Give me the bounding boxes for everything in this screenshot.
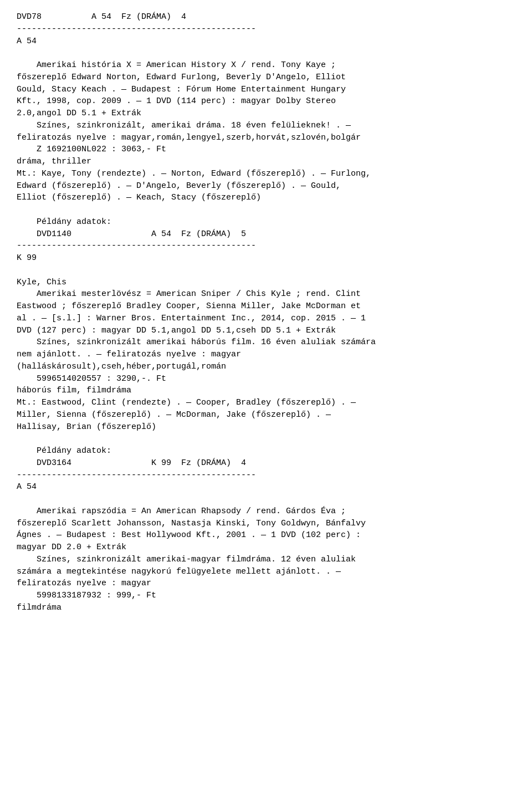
entry-a54-2: A 54 Amerikai rapszódia = An American Rh… xyxy=(17,481,515,614)
divider-1-top: ----------------------------------------… xyxy=(17,23,515,35)
divider-1-bottom: ----------------------------------------… xyxy=(17,240,515,252)
entry-dvd78-class: A 54 xyxy=(17,35,515,48)
entry-a54-2-content: Amerikai rapszódia = An American Rhapsod… xyxy=(17,493,515,614)
entry-k99: K 99 Kyle, Chis Amerikai mesterlövész = … xyxy=(17,252,515,481)
entry-a54-2-class: A 54 xyxy=(17,481,515,493)
divider-2-bottom: ----------------------------------------… xyxy=(17,469,515,482)
entry-dvd78-header: DVD78 A 54 Fz (DRÁMA) 4 xyxy=(17,11,515,23)
entry-k99-class: K 99 xyxy=(17,252,515,264)
entry-dvd78-content: Amerikai história X = American History X… xyxy=(17,47,515,240)
page-container: DVD78 A 54 Fz (DRÁMA) 4 ----------------… xyxy=(17,11,515,614)
entry-k99-content: Kyle, Chis Amerikai mesterlövész = Ameri… xyxy=(17,264,515,469)
entry-dvd78: DVD78 A 54 Fz (DRÁMA) 4 ----------------… xyxy=(17,11,515,252)
